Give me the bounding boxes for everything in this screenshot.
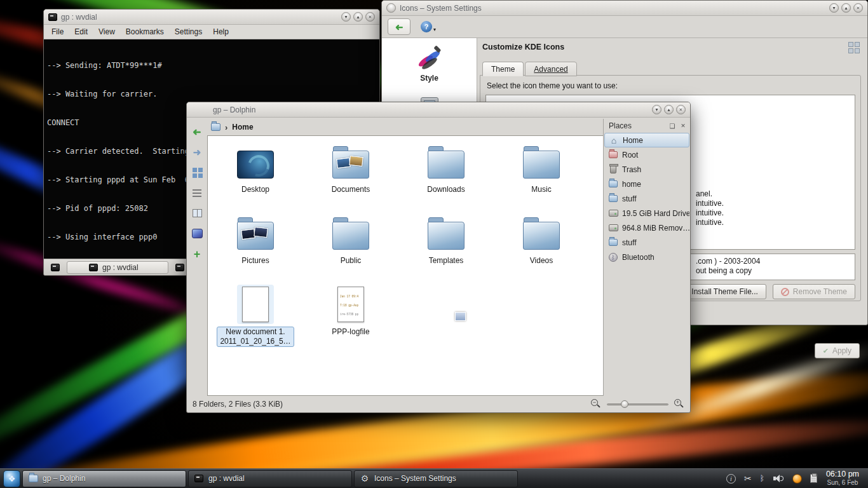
places-item-root[interactable]: Root (604, 147, 689, 162)
sidebar-item-style[interactable]: Style (382, 38, 477, 83)
places-item-stuff[interactable]: stuff (604, 191, 689, 206)
item-label: Templates (429, 256, 464, 266)
dolphin-titlebar[interactable]: gp – Dolphin (187, 102, 690, 118)
new-tab-button[interactable] (48, 261, 63, 274)
tab-list-button[interactable] (172, 261, 187, 274)
folder-item-videos[interactable]: Videos (494, 210, 589, 281)
tab-theme[interactable]: Theme (482, 62, 524, 76)
breadcrumb-home[interactable]: Home (232, 123, 253, 132)
dolphin-side-toolbar (187, 121, 207, 396)
menu-item-file[interactable]: File (51, 27, 64, 36)
file-preview-text: Jan 17 09:4 7:18 gp-Asp ire-5738 pp pd[1… (340, 289, 364, 322)
task-button-dolphin[interactable]: gp – Dolphin (22, 470, 186, 487)
item-label-line2: 2011_01_20_16_5… (220, 337, 290, 346)
clock[interactable]: 06:10 pm Sun, 6 Feb (825, 470, 867, 487)
folder-item-public[interactable]: Public (303, 210, 398, 281)
menu-item-bookmarks[interactable]: Bookmarks (126, 27, 164, 36)
places-item-hard-drive[interactable]: 19.5 GiB Hard Drive (604, 206, 689, 220)
bluetooth-icon (608, 252, 618, 262)
terminal-titlebar[interactable]: gp : wvdial (44, 10, 379, 25)
close-button[interactable] (365, 12, 375, 22)
grid-square (848, 42, 853, 47)
places-label: Root (622, 151, 638, 159)
minimize-button[interactable] (341, 12, 351, 22)
close-panel-button[interactable] (679, 121, 688, 130)
places-label: Home (623, 136, 643, 145)
task-button-terminal[interactable]: gp : wvdial (188, 470, 352, 487)
menu-item-help[interactable]: Help (213, 27, 229, 36)
back-button[interactable] (388, 18, 410, 35)
notifications-icon[interactable] (726, 474, 736, 484)
folder-item-music[interactable]: Music (494, 139, 589, 210)
dolphin-window: gp – Dolphin Home Deskt (186, 102, 691, 413)
apply-button[interactable]: Apply (815, 343, 860, 358)
file-item-ppp-logfile[interactable]: Jan 17 09:4 7:18 gp-Asp ire-5738 pp pd[1… (303, 281, 398, 352)
zoom-out-icon[interactable] (591, 399, 601, 409)
places-item-trash[interactable]: Trash (604, 162, 689, 177)
folder-item-pictures[interactable]: Pictures (208, 210, 303, 281)
details-view-button[interactable] (189, 186, 205, 200)
terminal-tab[interactable]: gp : wvdial (67, 261, 168, 274)
places-item-stuff-2[interactable]: stuff (604, 235, 689, 250)
icon-grid-widget[interactable] (848, 42, 860, 53)
documents-folder-icon (332, 142, 369, 182)
folder-icon (608, 238, 618, 248)
places-item-removable-drive[interactable]: 964.8 MiB Remov… (604, 220, 689, 235)
maximize-button[interactable] (353, 12, 363, 22)
places-title: Places (609, 121, 632, 130)
item-label: Downloads (427, 185, 465, 194)
volume-icon[interactable] (773, 473, 784, 484)
zoom-slider-track[interactable] (607, 403, 668, 405)
maximize-button[interactable] (664, 105, 674, 114)
maximize-button[interactable] (841, 3, 851, 13)
places-header: Places (604, 119, 690, 133)
zoom-in-icon[interactable] (674, 399, 684, 409)
places-item-home[interactable]: Home (604, 133, 689, 147)
file-item-new-document[interactable]: New document 1. 2011_01_20_16_5… (208, 281, 303, 352)
folder-icon (523, 214, 560, 253)
terminal-menubar: File Edit View Bookmarks Settings Help (44, 25, 379, 39)
folder-item-templates[interactable]: Templates (398, 210, 494, 281)
menu-item-edit[interactable]: Edit (74, 27, 88, 36)
split-view-button[interactable] (189, 247, 205, 261)
places-item-home-folder[interactable]: home (604, 177, 689, 191)
tab-advanced[interactable]: Advanced (525, 62, 576, 76)
zoom-slider[interactable] (607, 400, 668, 409)
preview-button[interactable] (189, 226, 205, 241)
sidebar-item-label: Style (420, 74, 438, 83)
menu-item-settings[interactable]: Settings (175, 27, 202, 36)
terminal-window-buttons (341, 12, 375, 22)
help-button[interactable]: ? ▾ (421, 21, 436, 32)
menu-item-view[interactable]: View (98, 27, 115, 36)
terminal-tab-label: gp : wvdial (102, 263, 139, 272)
minimize-button[interactable] (652, 105, 661, 114)
task-button-system-settings[interactable]: Icons – System Settings (354, 470, 518, 487)
klipper-scissors-icon[interactable] (744, 473, 752, 484)
close-button[interactable] (676, 105, 686, 114)
minimize-button[interactable] (829, 3, 839, 13)
install-theme-label: Install Theme File... (691, 287, 757, 296)
places-item-bluetooth[interactable]: Bluetooth (604, 250, 689, 264)
back-button[interactable] (189, 125, 205, 139)
remove-theme-button[interactable]: Remove Theme (773, 284, 855, 299)
folder-item-desktop[interactable]: Desktop (208, 139, 303, 210)
zoom-slider-handle[interactable] (621, 400, 628, 408)
window-menu-button[interactable] (386, 3, 396, 13)
install-theme-button[interactable]: Install Theme File... (683, 284, 766, 299)
breadcrumb-root-icon[interactable] (211, 123, 220, 131)
columns-view-button[interactable] (189, 206, 205, 220)
help-icon: ? (421, 21, 432, 32)
icons-view-button[interactable] (189, 165, 205, 180)
undock-panel-button[interactable] (668, 121, 677, 130)
close-button[interactable] (853, 3, 863, 13)
system-settings-titlebar[interactable]: Icons – System Settings (382, 1, 867, 16)
dolphin-file-view[interactable]: Desktop Documents Downloads Music (207, 135, 604, 396)
launcher-icon[interactable] (3, 470, 20, 487)
forward-button[interactable] (189, 145, 205, 159)
bluetooth-tray-icon[interactable] (760, 474, 764, 483)
check-icon (823, 347, 829, 355)
folder-item-downloads[interactable]: Downloads (398, 139, 494, 210)
network-tray-icon[interactable] (792, 474, 802, 484)
clipboard-icon[interactable] (810, 474, 817, 483)
folder-item-documents[interactable]: Documents (303, 139, 398, 210)
